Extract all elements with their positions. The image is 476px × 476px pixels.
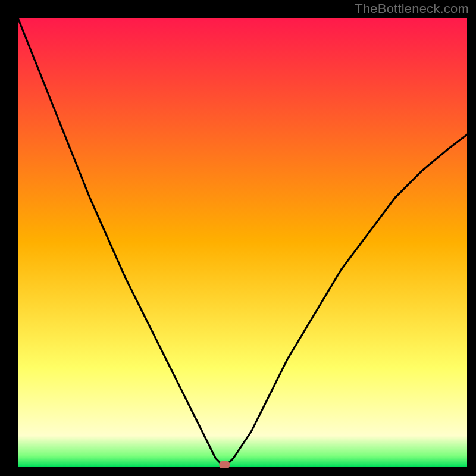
chart-frame: TheBottleneck.com xyxy=(0,0,476,476)
bottleneck-chart xyxy=(0,0,476,476)
minimum-marker xyxy=(219,461,230,468)
plot-background xyxy=(18,18,467,467)
